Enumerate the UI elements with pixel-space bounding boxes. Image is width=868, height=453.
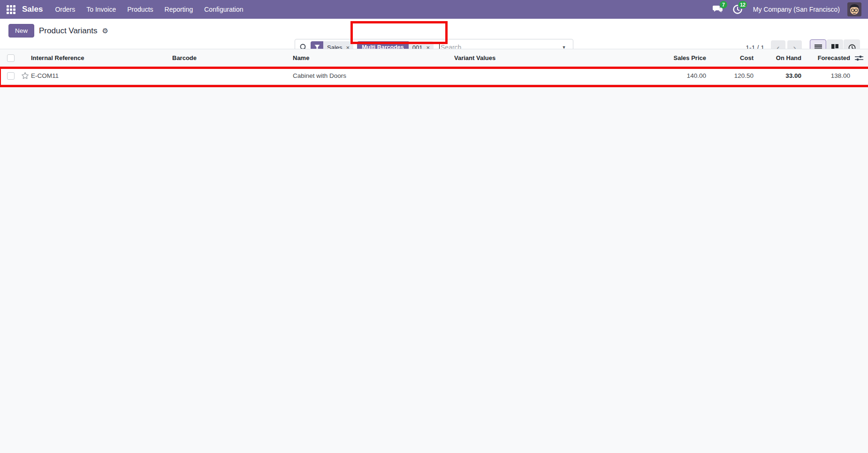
menu-reporting[interactable]: Reporting xyxy=(159,0,199,19)
menu-configuration[interactable]: Configuration xyxy=(198,0,249,19)
control-panel: New Product Variants ⚙ Sales × Multi Bar… xyxy=(0,19,868,49)
menu-to-invoice[interactable]: To Invoice xyxy=(81,0,122,19)
app-name[interactable]: Sales xyxy=(22,5,43,14)
apps-menu-icon[interactable] xyxy=(7,5,15,14)
column-header-variant-values[interactable]: Variant Values xyxy=(454,54,563,61)
main-menu: Orders To Invoice Products Reporting Con… xyxy=(49,0,249,19)
menu-orders[interactable]: Orders xyxy=(49,0,81,19)
actions-gear-icon[interactable]: ⚙ xyxy=(102,27,108,35)
user-avatar[interactable] xyxy=(847,2,861,16)
adjust-columns-icon[interactable] xyxy=(850,55,868,61)
page-title: Product Variants xyxy=(39,26,97,36)
activities-count-badge: 12 xyxy=(739,1,747,8)
cell-cost: 120.50 xyxy=(706,72,754,79)
row-checkbox[interactable] xyxy=(7,72,15,80)
select-all-checkbox[interactable] xyxy=(7,54,15,62)
column-header-on-hand[interactable]: On Hand xyxy=(754,54,801,61)
cell-internal-reference: E-COM11 xyxy=(31,72,172,79)
menu-products[interactable]: Products xyxy=(122,0,159,19)
activities-button[interactable]: 12 xyxy=(731,3,744,15)
column-header-cost[interactable]: Cost xyxy=(706,54,754,61)
favorite-star-icon[interactable] xyxy=(19,72,31,80)
column-header-sales-price[interactable]: Sales Price xyxy=(563,54,706,61)
cell-sales-price: 140.00 xyxy=(563,72,706,79)
company-switcher[interactable]: My Company (San Francisco) xyxy=(753,6,840,13)
cell-on-hand[interactable]: 33.00 xyxy=(754,72,801,79)
cell-name: Cabinet with Doors xyxy=(293,72,454,79)
column-header-barcode[interactable]: Barcode xyxy=(172,54,293,61)
new-button[interactable]: New xyxy=(8,24,34,38)
top-navbar: Sales Orders To Invoice Products Reporti… xyxy=(0,0,868,19)
list-table-header: Internal Reference Barcode Name Variant … xyxy=(0,49,868,67)
column-header-name[interactable]: Name xyxy=(293,54,454,61)
messages-button[interactable]: 7 xyxy=(712,3,724,15)
column-header-forecasted[interactable]: Forecasted xyxy=(801,54,850,61)
table-row[interactable]: E-COM11 Cabinet with Doors 140.00 120.50… xyxy=(0,67,868,85)
column-header-internal-reference[interactable]: Internal Reference xyxy=(31,54,172,61)
navbar-right: 7 12 My Company (San Francisco) xyxy=(712,2,861,16)
cell-forecasted[interactable]: 138.00 xyxy=(801,72,850,79)
messages-count-badge: 7 xyxy=(720,1,727,8)
